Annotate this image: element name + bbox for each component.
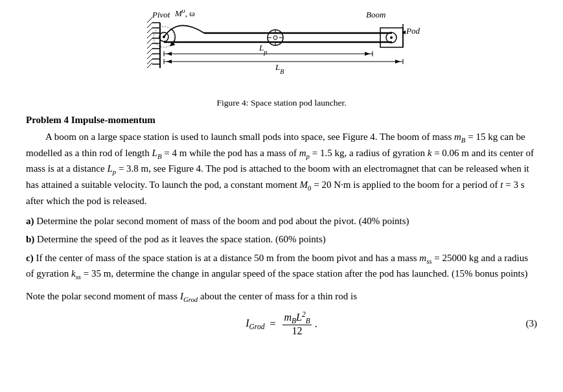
question-b-label: b) [26, 234, 34, 244]
formula-fraction: mBL2B 12 [282, 310, 311, 338]
figure-caption: Figure 4: Space station pod launcher. [216, 98, 346, 108]
formula-inner: IGrod = mBL2B 12 . [246, 310, 317, 338]
formula-eq-number: (3) [526, 318, 538, 329]
svg-point-30 [273, 36, 277, 40]
svg-marker-39 [365, 52, 370, 56]
formula-equals: = [270, 318, 275, 330]
svg-marker-44 [395, 60, 400, 63]
problem-body: A boom on a large space station is used … [26, 130, 537, 209]
svg-text:LB: LB [275, 62, 284, 75]
svg-line-15 [147, 43, 152, 49]
figure-diagram: Pivot M0, ω Boom Pod Lp LB [113, 10, 450, 94]
question-a: a) Determine the polar second moment of … [26, 214, 537, 229]
problem-number: Problem 4 [26, 115, 69, 125]
svg-line-14 [147, 38, 152, 43]
formula-lhs: IGrod [246, 317, 264, 330]
question-c-label: c) [26, 253, 34, 263]
problem-title: Problem 4 Impulse-momentum [26, 115, 537, 126]
formula-numerator: mBL2B [282, 310, 311, 326]
question-c: c) If the center of mass of the space st… [26, 251, 537, 282]
question-a-label: a) [26, 216, 34, 226]
svg-text:Boom: Boom [366, 10, 385, 19]
formula-denominator: 12 [291, 325, 304, 337]
problem-topic: Impulse-momentum [71, 115, 155, 125]
svg-marker-43 [167, 60, 172, 63]
formula-container: IGrod = mBL2B 12 . (3) [26, 310, 537, 338]
svg-text:Pivot: Pivot [152, 10, 170, 19]
question-b: b) Determine the speed of the pod as it … [26, 232, 537, 247]
svg-marker-38 [167, 52, 172, 56]
svg-text:M0, ω: M0, ω [174, 10, 195, 18]
svg-line-12 [147, 28, 152, 33]
svg-line-10 [147, 17, 152, 23]
svg-point-26 [390, 36, 393, 39]
svg-line-13 [147, 33, 152, 38]
formula-dot: . [315, 318, 317, 330]
svg-line-16 [147, 49, 152, 54]
svg-line-17 [147, 54, 152, 59]
svg-line-11 [147, 23, 152, 28]
svg-text:Pod: Pod [406, 26, 420, 36]
figure-svg: Pivot M0, ω Boom Pod Lp LB [113, 10, 450, 94]
figure-container: Pivot M0, ω Boom Pod Lp LB Figure 4: Spa… [26, 10, 537, 108]
note-line: Note the polar second moment of mass IGr… [26, 289, 537, 305]
